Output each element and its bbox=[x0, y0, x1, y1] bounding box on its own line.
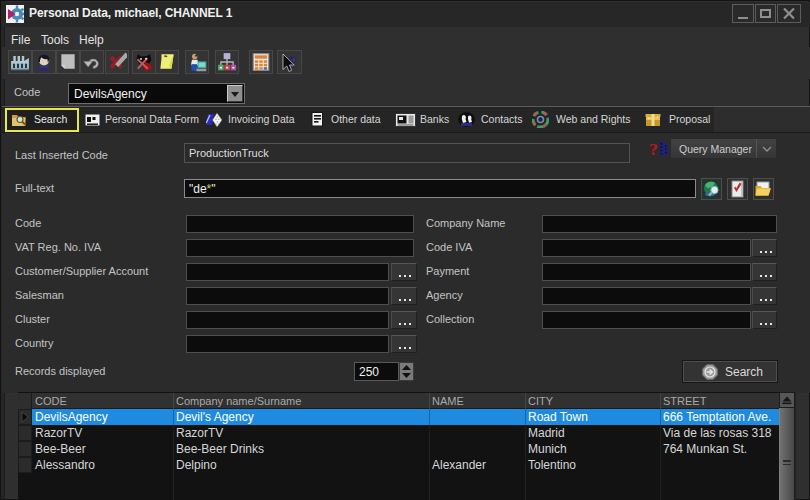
svg-text:?: ? bbox=[650, 139, 658, 158]
